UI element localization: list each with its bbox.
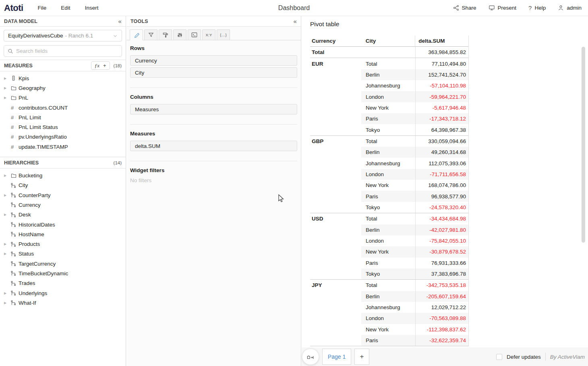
value-cell[interactable]: -75,842,055.10 — [415, 235, 469, 246]
value-cell[interactable]: 330,059,094.66 — [415, 136, 469, 147]
value-cell[interactable]: 37,383,696.78 — [415, 268, 469, 279]
defer-updates-checkbox[interactable] — [496, 354, 502, 360]
value-cell[interactable]: -112,398,837.62 — [415, 324, 469, 335]
city-cell[interactable]: Tokyo — [361, 124, 415, 135]
tab-style[interactable] — [159, 29, 172, 40]
tab-filter[interactable] — [144, 29, 157, 40]
cube-selector[interactable]: EquityDerivativesCube - Ranch 6.1 — [4, 30, 122, 42]
currency-cell[interactable]: GBP — [310, 136, 361, 147]
expand-arrow-icon[interactable]: ▶ — [4, 301, 11, 305]
hierarchy-item[interactable]: ▶ HistoricalDates — [0, 220, 126, 229]
value-cell[interactable]: 77,110,494.80 — [415, 58, 469, 69]
city-cell[interactable]: Tokyo — [361, 202, 415, 213]
hierarchy-item[interactable]: ▶ Trades — [0, 279, 126, 288]
present-button[interactable]: Present — [489, 5, 517, 11]
column-header-city[interactable]: City — [361, 38, 415, 44]
value-cell[interactable]: -24,578,320.40 — [415, 202, 469, 213]
measure-item[interactable]: ▶ Geography — [0, 83, 126, 93]
measure-item[interactable]: ▶ # pv.UnderlyingsRatio — [0, 132, 126, 142]
city-cell[interactable]: Paris — [361, 258, 415, 268]
currency-cell[interactable]: Total — [310, 47, 361, 58]
column-field-chip[interactable]: Measures — [130, 104, 297, 114]
city-cell[interactable]: London — [361, 169, 415, 180]
expand-arrow-icon[interactable]: ▶ — [4, 77, 11, 80]
menu-item[interactable]: Edit — [61, 5, 70, 11]
measure-item[interactable]: ▶ Kpis — [0, 73, 126, 83]
tab-state[interactable]: {…} — [217, 29, 230, 40]
city-cell[interactable] — [361, 47, 415, 58]
currency-cell[interactable]: USD — [310, 213, 361, 224]
hierarchy-item[interactable]: ▶ Underlyings — [0, 288, 126, 298]
value-cell[interactable]: 168,074,786.00 — [415, 180, 469, 191]
city-cell[interactable]: Total — [361, 280, 415, 291]
value-cell[interactable]: -205,607,159.64 — [415, 291, 469, 302]
city-cell[interactable]: Berlin — [361, 225, 415, 235]
tab-query[interactable] — [188, 29, 201, 40]
presentation-handoff-button[interactable] — [302, 349, 319, 365]
hierarchy-item[interactable]: ▶ CounterParty — [0, 190, 126, 200]
value-cell[interactable]: -57,104,110.98 — [415, 80, 469, 91]
city-cell[interactable]: Paris — [361, 113, 415, 124]
hierarchy-item[interactable]: ▶ TargetCurrency — [0, 259, 126, 268]
value-cell[interactable]: -32,622,359.74 — [415, 335, 469, 346]
hierarchy-item[interactable]: ▶ TimeBucketDynamic — [0, 268, 126, 278]
menu-item[interactable]: File — [38, 5, 47, 11]
hierarchy-item[interactable]: ▶ Products — [0, 239, 126, 249]
page-tab[interactable]: Page 1 — [322, 349, 351, 365]
measure-item[interactable]: ▶ # update.TIMESTAMP — [0, 142, 126, 152]
city-cell[interactable]: New York — [361, 246, 415, 257]
measure-field-chip[interactable]: delta.SUM — [130, 141, 297, 151]
value-cell[interactable]: 76,931,333.66 — [415, 258, 469, 268]
value-cell[interactable]: -342,753,535.18 — [415, 280, 469, 291]
vertical-scrollbar-thumb[interactable] — [582, 47, 585, 243]
currency-cell[interactable]: JPY — [310, 280, 361, 291]
city-cell[interactable]: New York — [361, 324, 415, 335]
hierarchy-item[interactable]: ▶ Status — [0, 249, 126, 259]
value-cell[interactable]: 64,398,967.38 — [415, 124, 469, 135]
city-cell[interactable]: Total — [361, 213, 415, 224]
city-cell[interactable]: London — [361, 91, 415, 102]
hierarchy-item[interactable]: ▶ Bucketing — [0, 171, 126, 180]
expand-arrow-icon[interactable]: ▶ — [4, 193, 11, 197]
value-cell[interactable]: -71,711,656.58 — [415, 169, 469, 180]
collapse-panel-icon[interactable]: « — [293, 18, 297, 25]
value-cell[interactable]: 363,984,855.82 — [415, 47, 469, 58]
value-cell[interactable]: -5,617,946.48 — [415, 102, 469, 113]
city-cell[interactable]: Paris — [361, 335, 415, 346]
hierarchy-item[interactable]: ▶ Desk — [0, 210, 126, 220]
measure-item[interactable]: ▶ PnL — [0, 93, 126, 103]
expand-arrow-icon[interactable]: ▶ — [4, 213, 11, 216]
expand-arrow-icon[interactable]: ▶ — [4, 96, 11, 100]
city-cell[interactable]: Berlin — [361, 147, 415, 158]
city-cell[interactable]: Berlin — [361, 69, 415, 80]
value-cell[interactable]: 49,260,314.68 — [415, 147, 469, 158]
value-cell[interactable]: 112,075,393.06 — [415, 158, 469, 168]
city-cell[interactable]: Johannesburg — [361, 158, 415, 168]
city-cell[interactable]: Johannesburg — [361, 80, 415, 91]
value-cell[interactable]: -34,434,684.98 — [415, 213, 469, 224]
expand-arrow-icon[interactable]: ▶ — [4, 86, 11, 90]
tab-settings[interactable] — [173, 29, 186, 40]
hierarchy-item[interactable]: ▶ What-If — [0, 298, 126, 308]
expand-arrow-icon[interactable]: ▶ — [4, 242, 11, 246]
value-cell[interactable]: -42,027,981.80 — [415, 225, 469, 235]
value-cell[interactable]: 96,938,577.90 — [415, 191, 469, 202]
measure-item[interactable]: ▶ # PnL Limit — [0, 112, 126, 122]
collapse-panel-icon[interactable]: « — [118, 18, 122, 25]
measure-item[interactable]: ▶ # contributors.COUNT — [0, 103, 126, 112]
add-measure-icon[interactable]: + — [103, 62, 106, 69]
column-header-measure[interactable]: delta.SUM — [415, 35, 468, 46]
add-page-button[interactable]: + — [354, 349, 369, 365]
city-cell[interactable]: Total — [361, 136, 415, 147]
city-cell[interactable]: Paris — [361, 191, 415, 202]
city-cell[interactable]: Tokyo — [361, 268, 415, 279]
value-cell[interactable]: 152,741,524.70 — [415, 69, 469, 80]
measure-item[interactable]: ▶ # PnL Limit Status — [0, 122, 126, 132]
hierarchy-item[interactable]: ▶ Currency — [0, 200, 126, 210]
hierarchy-item[interactable]: ▶ City — [0, 181, 126, 190]
value-cell[interactable]: -70,563,089.88 — [415, 313, 469, 324]
admin-button[interactable]: admin — [558, 5, 582, 11]
city-cell[interactable]: New York — [361, 102, 415, 113]
city-cell[interactable]: New York — [361, 180, 415, 191]
row-field-chip[interactable]: City — [130, 67, 297, 78]
